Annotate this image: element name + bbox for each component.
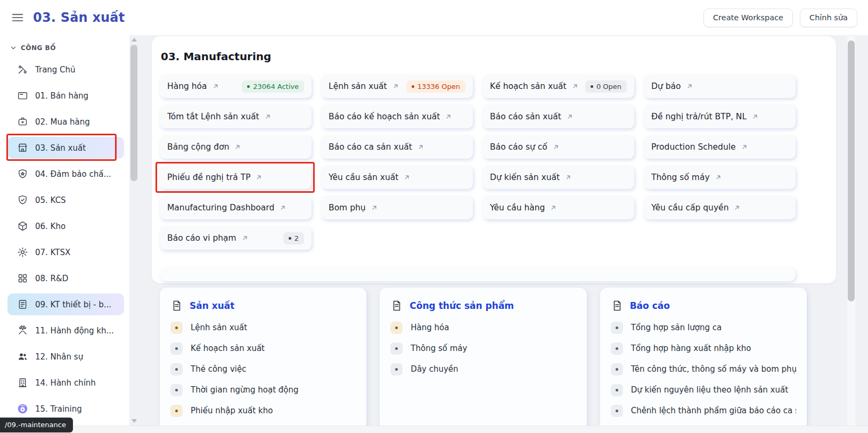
list-item-label: Thông số máy <box>411 344 467 353</box>
link-label: Dự báo <box>651 81 681 91</box>
link-card[interactable]: Yêu cầu hàng <box>482 196 634 219</box>
link-card[interactable]: Hàng hóa 23064 Active <box>160 75 312 98</box>
section-title[interactable]: Sản xuất <box>190 300 234 311</box>
sidebar-item-label: 05. KCS <box>35 195 66 205</box>
window-scrollbar-thumb[interactable] <box>848 40 855 301</box>
sidebar-item[interactable]: 15. Training <box>7 398 124 420</box>
list-item[interactable]: Thẻ công việc <box>170 363 356 375</box>
menu-icon[interactable] <box>11 11 24 24</box>
link-card[interactable]: Báo cáo sản xuất <box>482 105 634 128</box>
link-card[interactable]: Phiếu đề nghị trả TP <box>160 166 312 189</box>
list-item[interactable]: Dự kiến nguyên liệu theo lệnh sản xuất <box>611 383 796 396</box>
sidebar-item-label: 11. Hành động kh... <box>35 326 114 336</box>
link-card[interactable]: Đề nghị trả/rút BTP, NL <box>644 105 796 128</box>
link-card[interactable]: Báo cáo kế hoạch sản xuất <box>321 105 473 128</box>
link-card[interactable]: Tóm tắt Lệnh sản xuất <box>160 105 312 128</box>
external-link-icon <box>686 83 693 90</box>
sidebar-item-label: 09. KT thiết bị - b... <box>35 300 111 309</box>
section-title[interactable]: Công thức sản phẩm <box>410 300 514 311</box>
link-label: Dự kiến sản xuất <box>490 173 560 182</box>
link-card[interactable]: Bảng cộng đơn <box>160 135 312 159</box>
link-label: Tóm tắt Lệnh sản xuất <box>167 112 259 121</box>
sidebar-section-cong-bo[interactable]: CÔNG BỐ <box>10 42 127 54</box>
sidebar-item[interactable]: 12. Nhân sự <box>7 346 124 367</box>
users-icon <box>17 351 28 362</box>
count-badge: 23064 Active <box>242 80 304 93</box>
link-card[interactable]: Manufacturing Dashboard <box>160 196 312 219</box>
sidebar-item[interactable]: Trang Chủ <box>7 59 124 80</box>
sidebar-item[interactable]: 01. Bán hàng <box>7 85 124 107</box>
sidebar-item[interactable]: 05. KCS <box>7 189 124 211</box>
link-card[interactable]: Báo cáo sự cố <box>482 135 634 159</box>
list-item[interactable]: Kế hoạch sản xuất <box>170 342 356 355</box>
sidebar-item[interactable]: 11. Hành động kh... <box>7 320 124 341</box>
sidebar-item[interactable]: 06. Kho <box>7 215 124 237</box>
scroll-up-arrow-icon[interactable] <box>132 38 137 42</box>
link-card[interactable]: Yêu cầu cấp quyền <box>644 196 796 219</box>
external-link-icon <box>733 204 741 211</box>
sidebar-scrollbar-thumb[interactable] <box>130 45 137 181</box>
bullet-icon <box>170 384 183 396</box>
app-header: 03. Sản xuất Create Workspace Chỉnh sửa <box>0 0 868 35</box>
list-item-label: Chênh lệch thành phẩm giữa báo cáo ca s.… <box>631 406 796 415</box>
horizontal-scrollbar-track[interactable] <box>0 426 868 433</box>
list-item[interactable]: Phiếu nhập xuất kho <box>170 404 356 417</box>
bullet-icon <box>611 384 623 396</box>
link-card[interactable]: Dự kiến sản xuất <box>482 166 634 189</box>
window-scrollbar[interactable] <box>847 36 855 426</box>
sidebar-item[interactable]: 08. R&D <box>7 267 124 289</box>
sidebar-item[interactable]: 14. Hành chính <box>7 372 124 394</box>
edit-button[interactable]: Chỉnh sửa <box>800 9 857 27</box>
sidebar-item[interactable]: 04. Đảm bảo chấ... <box>7 163 124 185</box>
list-item[interactable]: Thời gian ngừng hoạt động <box>170 383 356 396</box>
link-card[interactable]: Bom phụ <box>321 196 473 219</box>
list-item[interactable]: Chênh lệch thành phẩm giữa báo cáo ca s.… <box>611 404 796 417</box>
grid-icon <box>17 273 28 284</box>
list-item[interactable]: Tên công thức, thông số máy và bom phụ .… <box>611 363 796 375</box>
link-card[interactable]: Dự báo <box>644 75 796 98</box>
link-label: Thông số máy <box>651 173 710 182</box>
sidebar-item-label: 15. Training <box>35 404 82 414</box>
link-card[interactable]: Yêu cầu sản xuất <box>321 166 473 189</box>
document-icon <box>390 299 403 312</box>
list-item-label: Tên công thức, thông số máy và bom phụ .… <box>631 364 796 374</box>
create-workspace-button[interactable]: Create Workspace <box>703 9 793 27</box>
scroll-down-arrow-icon[interactable] <box>132 419 137 423</box>
link-card[interactable]: Kế hoạch sản xuất 0 Open <box>482 75 634 98</box>
link-card[interactable]: Báo cáo ca sản xuất <box>321 135 473 159</box>
sidebar: CÔNG BỐ Trang Chủ 01. Bán hàng 02. <box>0 35 129 426</box>
list-item-label: Lệnh sản xuất <box>191 323 247 332</box>
list-item[interactable]: Hàng hóa <box>390 321 576 334</box>
link-card[interactable]: Thông số máy <box>644 166 796 189</box>
external-link-icon <box>403 174 411 181</box>
link-card[interactable]: Production Schedule <box>644 135 796 159</box>
hammers-icon <box>17 325 28 336</box>
links-grid: Hàng hóa 23064 Active Lệnh sản xuất 1333… <box>160 75 836 250</box>
count-badge: 13336 Open <box>406 80 465 93</box>
sidebar-scrollbar[interactable] <box>130 36 138 424</box>
list-item-label: Kế hoạch sản xuất <box>191 344 265 353</box>
sidebar-item[interactable]: 09. KT thiết bị - b... <box>7 293 124 315</box>
list-item[interactable]: Lệnh sản xuất <box>170 321 356 334</box>
empty-section-card <box>160 267 796 281</box>
link-label: Manufacturing Dashboard <box>167 203 274 213</box>
section-list: Tổng hợp sản lượng ca Tổng hợp hàng xuất… <box>611 321 796 417</box>
external-link-icon <box>445 113 452 120</box>
sidebar-item[interactable]: 07. KTSX <box>7 241 124 263</box>
list-item[interactable]: Dây chuyền <box>390 363 576 375</box>
list-item[interactable]: Thông số máy <box>390 342 576 355</box>
dot-icon <box>289 237 291 240</box>
link-card[interactable]: Lệnh sản xuất 13336 Open <box>321 75 473 98</box>
package-icon <box>17 220 28 232</box>
section-card: Công thức sản phẩm Hàng hóa Thông số máy… <box>380 288 586 430</box>
sidebar-item[interactable]: 03. Sản xuất <box>7 137 124 159</box>
external-link-icon <box>255 174 263 181</box>
dot-icon <box>591 85 593 88</box>
sidebar-item[interactable]: 02. Mua hàng <box>7 111 124 133</box>
section-title[interactable]: Báo cáo <box>630 300 670 311</box>
list-item[interactable]: Tổng hợp sản lượng ca <box>611 321 796 334</box>
link-card[interactable]: Báo cáo vi phạm 2 <box>160 226 312 250</box>
list-item[interactable]: Tổng hợp hàng xuất nhập kho <box>611 342 796 355</box>
link-url-tooltip: /09.-maintenance <box>0 418 73 432</box>
section-card: Sản xuất Lệnh sản xuất Kế hoạch sản xuất… <box>160 288 366 430</box>
